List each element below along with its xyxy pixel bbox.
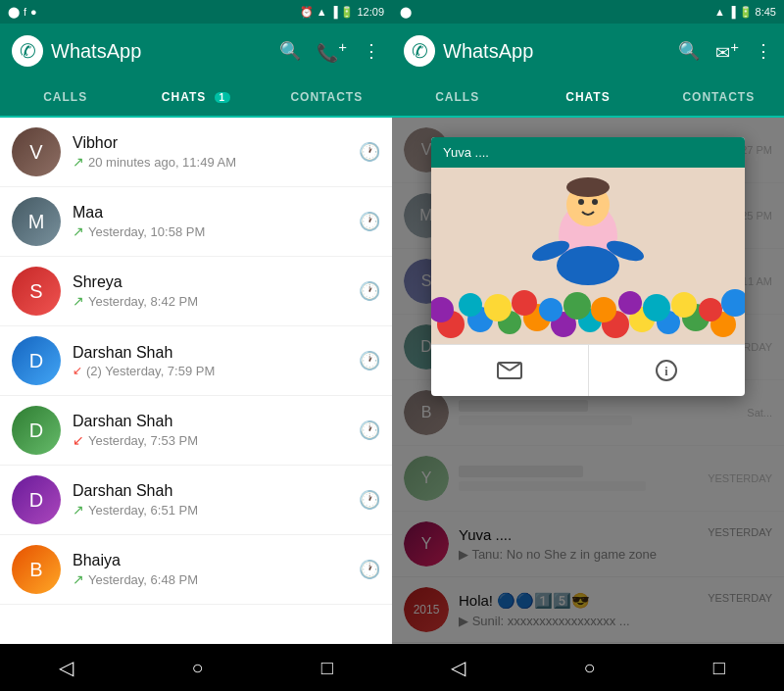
svg-text:i: i xyxy=(665,365,669,378)
chat-time-sub: Yesterday, 7:53 PM xyxy=(88,433,198,448)
avatar-img: M xyxy=(12,197,61,246)
right-tab-calls-label: CALLS xyxy=(435,90,479,104)
clock-time: 12:09 xyxy=(357,6,384,18)
tab-calls[interactable]: CALLS xyxy=(0,78,130,116)
svg-point-20 xyxy=(643,294,670,321)
popup-message-action[interactable] xyxy=(431,345,589,396)
svg-line-34 xyxy=(510,363,521,370)
list-item[interactable]: D Darshan Shah ↗ Yesterday, 6:51 PM 🕐 xyxy=(0,466,392,535)
info-icon: i xyxy=(655,359,678,382)
right-more-icon[interactable]: ⋮ xyxy=(755,40,772,62)
left-status-right: ⏰ ▲ ▐ 🔋 12:09 xyxy=(300,6,384,19)
right-phone: ⬤ ▲ ▐ 🔋 8:45 ✆ WhatsApp 🔍 ✉+ ⋮ CALLS CHA… xyxy=(392,0,784,691)
list-item[interactable]: V Vibhor ↗ 20 minutes ago, 11:49 AM 🕐 xyxy=(0,118,392,187)
chat-time-sub: Yesterday, 8:42 PM xyxy=(88,294,198,309)
android-icon: ⬤ xyxy=(8,6,20,19)
chat-time-sub: (2) Yesterday, 7:59 PM xyxy=(86,364,215,378)
popup-info-action[interactable]: i xyxy=(589,345,746,396)
back-button[interactable]: ◁ xyxy=(59,656,74,679)
popup-image xyxy=(431,168,745,344)
signal-icon: ▐ xyxy=(330,6,338,18)
tab-contacts[interactable]: CONTACTS xyxy=(262,78,392,116)
right-home-button[interactable]: ○ xyxy=(583,657,595,679)
left-tabs: CALLS CHATS 1 CONTACTS xyxy=(0,78,392,118)
right-status-right: ▲ ▐ 🔋 8:45 xyxy=(714,6,776,19)
left-phone: ⬤ f ● ⏰ ▲ ▐ 🔋 12:09 ✆ WhatsApp 🔍 📞+ ⋮ CA… xyxy=(0,0,392,691)
svg-point-22 xyxy=(699,298,722,321)
left-header-icons: 🔍 📞+ ⋮ xyxy=(279,38,380,64)
list-item[interactable]: B Bhaiya ↗ Yesterday, 6:48 PM 🕐 xyxy=(0,535,392,605)
list-item[interactable]: D Darshan Shah ↙ (2) Yesterday, 7:59 PM … xyxy=(0,326,392,396)
arrow-up-icon: ↗ xyxy=(73,293,84,309)
right-chat-new-icon[interactable]: ✉+ xyxy=(715,38,739,64)
chat-name: Maa xyxy=(73,204,359,222)
avatar: D xyxy=(12,475,61,524)
arrow-missed-icon: ↙ xyxy=(73,364,82,377)
list-item[interactable]: M Maa ↗ Yesterday, 10:58 PM 🕐 xyxy=(0,187,392,257)
popup-card: Yuva .... xyxy=(431,137,745,396)
svg-point-15 xyxy=(512,290,537,316)
clock-icon: 🕐 xyxy=(359,489,380,511)
right-tab-calls[interactable]: CALLS xyxy=(392,78,522,116)
right-recents-button[interactable]: □ xyxy=(713,657,725,679)
chat-sub: ↗ Yesterday, 10:58 PM xyxy=(73,223,359,239)
avatar: D xyxy=(12,406,61,455)
right-status-icons: ⬤ xyxy=(400,6,412,19)
right-tab-contacts[interactable]: CONTACTS xyxy=(654,78,784,116)
android-icon-r: ⬤ xyxy=(400,6,412,19)
chat-info: Shreya ↗ Yesterday, 8:42 PM xyxy=(73,273,359,309)
tab-calls-label: CALLS xyxy=(43,90,87,104)
svg-point-31 xyxy=(566,177,610,197)
arrow-down-icon: ↙ xyxy=(73,432,84,448)
whatsapp-logo-icon: ✆ xyxy=(20,39,36,63)
home-button[interactable]: ○ xyxy=(191,657,203,679)
right-clock-time: 8:45 xyxy=(756,6,776,18)
svg-point-26 xyxy=(557,246,619,285)
popup-header: Yuva .... xyxy=(431,137,745,168)
right-search-icon[interactable]: 🔍 xyxy=(678,40,700,62)
wifi-icon: ▲ xyxy=(317,6,327,18)
left-chat-list: V Vibhor ↗ 20 minutes ago, 11:49 AM 🕐 M … xyxy=(0,118,392,644)
list-item[interactable]: D Darshan Shah ↙ Yesterday, 7:53 PM 🕐 xyxy=(0,396,392,466)
chat-info: Maa ↗ Yesterday, 10:58 PM xyxy=(73,204,359,239)
left-nav-bar: ◁ ○ □ xyxy=(0,644,392,691)
right-tab-contacts-label: CONTACTS xyxy=(682,90,755,104)
avatar-img: B xyxy=(12,545,61,594)
right-back-button[interactable]: ◁ xyxy=(451,656,466,679)
alarm-icon: ⏰ xyxy=(300,6,314,19)
left-app-logo: ✆ xyxy=(12,35,43,67)
tab-chats-label: CHATS xyxy=(162,90,206,104)
tab-chats-badge: 1 xyxy=(215,92,231,103)
avatar-img: D xyxy=(12,475,61,524)
battery-icon: 🔋 xyxy=(340,6,354,19)
right-whatsapp-logo-icon: ✆ xyxy=(412,39,428,63)
chat-name: Darshan Shah xyxy=(73,413,359,430)
svg-point-14 xyxy=(484,294,512,321)
left-call-add-icon[interactable]: 📞+ xyxy=(317,38,347,64)
list-item[interactable]: S Shreya ↗ Yesterday, 8:42 PM 🕐 xyxy=(0,257,392,326)
chat-info: Darshan Shah ↙ (2) Yesterday, 7:59 PM xyxy=(73,344,359,378)
right-status-bar: ⬤ ▲ ▐ 🔋 8:45 xyxy=(392,0,784,24)
right-header-icons: 🔍 ✉+ ⋮ xyxy=(678,38,772,64)
right-tab-chats[interactable]: CHATS xyxy=(522,78,653,116)
chat-sub: ↗ Yesterday, 8:42 PM xyxy=(73,293,359,309)
popup-name: Yuva .... xyxy=(443,145,489,160)
battery-icon-r: 🔋 xyxy=(739,6,753,19)
chat-time-sub: Yesterday, 6:48 PM xyxy=(88,572,198,587)
tab-chats[interactable]: CHATS 1 xyxy=(130,78,261,116)
chat-time-sub: Yesterday, 10:58 PM xyxy=(88,224,205,239)
facebook-icon: f xyxy=(24,6,26,18)
chat-sub: ↙ Yesterday, 7:53 PM xyxy=(73,432,359,448)
arrow-up-icon: ↗ xyxy=(73,154,84,170)
recents-button[interactable]: □ xyxy=(321,657,333,679)
chat-sub: ↗ 20 minutes ago, 11:49 AM xyxy=(73,154,359,170)
svg-point-29 xyxy=(578,199,584,205)
left-more-icon[interactable]: ⋮ xyxy=(363,40,380,62)
chat-sub: ↗ Yesterday, 6:48 PM xyxy=(73,571,359,587)
right-app-header: ✆ WhatsApp 🔍 ✉+ ⋮ xyxy=(392,24,784,78)
left-app-header: ✆ WhatsApp 🔍 📞+ ⋮ xyxy=(0,24,392,78)
right-tabs: CALLS CHATS CONTACTS xyxy=(392,78,784,118)
left-search-icon[interactable]: 🔍 xyxy=(279,40,301,62)
popup-image-svg xyxy=(431,168,745,344)
chat-time-sub: Yesterday, 6:51 PM xyxy=(88,503,198,518)
